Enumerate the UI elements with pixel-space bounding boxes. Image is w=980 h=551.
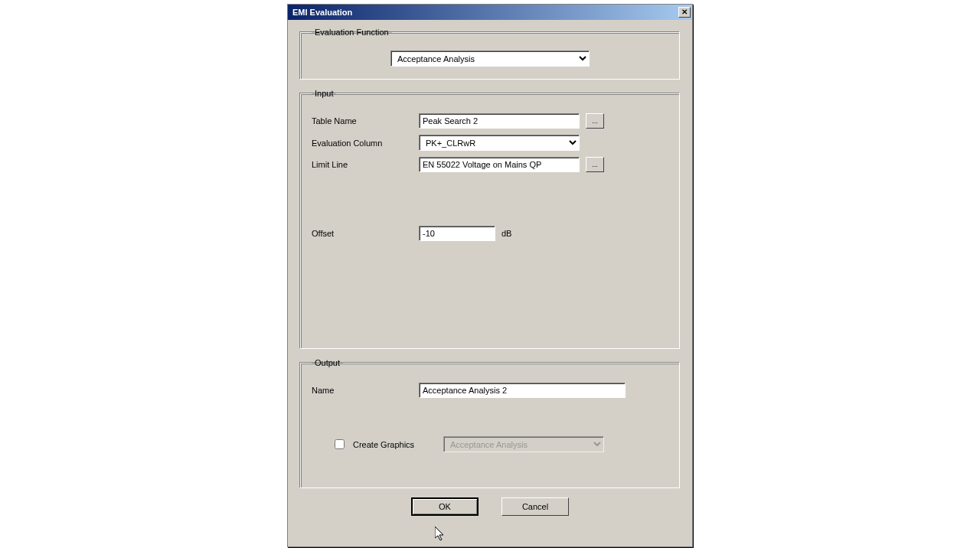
limit-line-browse-button[interactable]: ...	[586, 157, 604, 172]
create-graphics-label: Create Graphics	[353, 440, 437, 449]
limit-line-input[interactable]	[419, 157, 580, 172]
legend-output: Output	[312, 358, 343, 367]
group-input: Input Table Name ... Evaluation Column P…	[300, 89, 680, 349]
eval-function-combo[interactable]: Acceptance Analysis	[390, 51, 590, 67]
dialog-body: Evaluation Function Acceptance Analysis …	[288, 20, 692, 522]
offset-unit-label: dB	[501, 229, 511, 238]
window-title: EMI Evaluation	[292, 8, 352, 17]
eval-column-combo[interactable]: PK+_CLRwR	[419, 135, 580, 151]
table-name-label: Table Name	[312, 116, 419, 126]
ok-button[interactable]: OK	[411, 497, 479, 516]
offset-input[interactable]	[419, 226, 495, 241]
emi-evaluation-dialog: EMI Evaluation ✕ Evaluation Function Acc…	[287, 4, 693, 547]
eval-column-label: Evaluation Column	[312, 139, 419, 148]
create-graphics-checkbox[interactable]	[335, 439, 345, 449]
output-name-input[interactable]	[419, 383, 626, 398]
legend-input: Input	[312, 89, 336, 98]
output-name-label: Name	[312, 386, 419, 395]
group-eval-function: Evaluation Function Acceptance Analysis	[300, 28, 680, 80]
cancel-button[interactable]: Cancel	[501, 497, 569, 516]
offset-label: Offset	[312, 229, 419, 238]
limit-line-label: Limit Line	[312, 160, 419, 169]
legend-eval-function: Evaluation Function	[312, 28, 392, 37]
close-icon[interactable]: ✕	[678, 7, 691, 18]
graphics-combo: Acceptance Analysis	[443, 436, 604, 452]
table-name-input[interactable]	[419, 113, 580, 129]
titlebar[interactable]: EMI Evaluation ✕	[288, 5, 692, 20]
group-output: Output Name Create Graphics Acceptance A…	[300, 358, 680, 488]
table-name-browse-button[interactable]: ...	[586, 113, 604, 129]
